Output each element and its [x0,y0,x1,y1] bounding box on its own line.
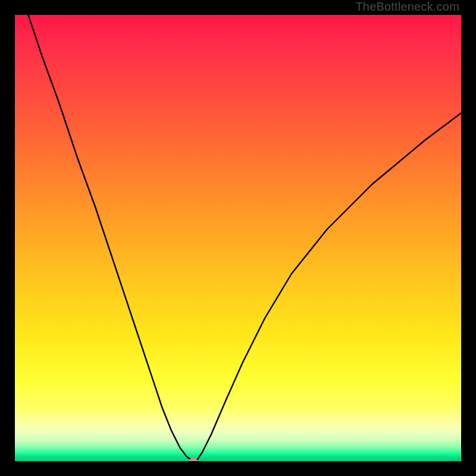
bottleneck-curve [29,15,462,461]
optimum-marker [189,458,198,461]
curve-svg [15,15,461,461]
plot-area [15,15,461,461]
chart-frame: TheBottleneck.com [0,0,476,476]
watermark-text: TheBottleneck.com [355,0,459,14]
